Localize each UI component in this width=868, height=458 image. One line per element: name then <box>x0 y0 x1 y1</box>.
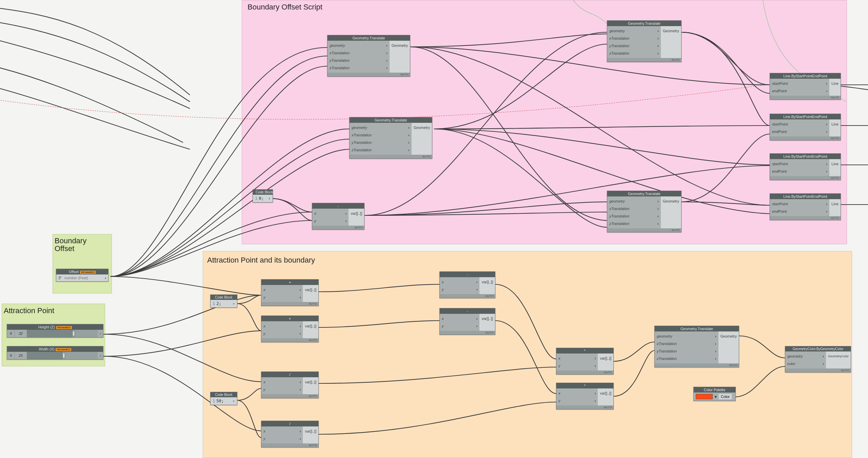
out-var[interactable]: var[]..[] <box>305 322 316 330</box>
in-y[interactable]: y› <box>261 435 303 442</box>
in-ztranslation[interactable]: zTranslation› <box>655 355 718 362</box>
in-startpoint[interactable]: startPoint› <box>770 80 829 87</box>
out-var[interactable]: var[]..[] <box>481 315 493 322</box>
in-xtranslation[interactable]: xTranslation› <box>655 340 718 347</box>
in-ytranslation[interactable]: yTranslation› <box>607 42 661 50</box>
in-y[interactable]: y› <box>440 322 479 330</box>
refresh-icon[interactable] <box>7 352 15 359</box>
node-geometry-color[interactable]: GeometryColor.ByGeometryColor geometry› … <box>785 346 851 373</box>
out-line[interactable]: Line <box>831 80 839 87</box>
in-y[interactable]: y› <box>261 386 303 393</box>
out-color[interactable]: Color <box>719 394 732 399</box>
chevron-icon[interactable]: › <box>98 354 103 358</box>
out-geometry[interactable]: Geometry <box>663 197 679 205</box>
offset-value[interactable]: 3" <box>58 276 62 280</box>
slider-track[interactable] <box>27 330 98 337</box>
chevron-icon[interactable]: › <box>233 399 235 403</box>
in-ytranslation[interactable]: yTranslation› <box>328 57 390 64</box>
in-color[interactable]: color› <box>785 360 826 367</box>
node-geometry-translate-4[interactable]: Geometry.Translate geometry› xTranslatio… <box>607 191 682 232</box>
node-op-minus-2[interactable]: - x› y› var[]..[] AUTO <box>439 308 495 335</box>
node-geometry-translate-1[interactable]: Geometry.Translate geometry› xTranslatio… <box>327 35 410 77</box>
in-geometry[interactable]: geometry› <box>350 124 412 131</box>
in-ztranslation[interactable]: zTranslation› <box>607 220 661 227</box>
in-endpoint[interactable]: endPoint› <box>770 208 829 215</box>
node-op-mul-2[interactable]: * x› y› var[]..[] AUTO <box>556 383 614 409</box>
node-code-block-2[interactable]: Code Block 1 2; › <box>210 294 237 308</box>
out-var[interactable]: var[]..[] <box>481 278 493 286</box>
in-x[interactable]: x› <box>440 315 479 322</box>
out-geometrycolor[interactable]: GeometryColor <box>828 352 849 360</box>
node-geometry-translate-2[interactable]: Geometry.Translate geometry› xTranslatio… <box>349 117 432 159</box>
slider-value[interactable]: 32 <box>15 331 27 336</box>
in-geometry[interactable]: geometry› <box>328 42 390 49</box>
in-startpoint[interactable]: startPoint› <box>770 160 829 168</box>
out-geometry[interactable]: Geometry <box>663 27 679 35</box>
in-y[interactable]: y› <box>556 362 598 369</box>
out-var[interactable]: var[]..[] <box>305 378 316 386</box>
node-op-minus-1[interactable]: - x› y› var[]..[] AUTO <box>439 271 495 298</box>
out-line[interactable]: Line <box>831 120 839 128</box>
node-code-block-50[interactable]: Code Block 1 50; › <box>210 392 237 405</box>
in-y[interactable]: y› <box>440 286 479 293</box>
out-geometry[interactable]: Geometry <box>721 332 737 340</box>
in-y[interactable]: y› <box>261 330 303 337</box>
in-ztranslation[interactable]: zTranslation› <box>607 50 661 57</box>
out-var[interactable]: var[]..[] <box>305 286 316 293</box>
in-ztranslation[interactable]: zTranslation› <box>350 146 412 154</box>
in-geometry[interactable]: geometry› <box>607 197 661 205</box>
node-code-block-0[interactable]: Code Block 1 0; › <box>253 189 273 203</box>
in-geometry[interactable]: geometry› <box>785 352 826 360</box>
in-x[interactable]: x› <box>261 286 303 293</box>
in-geometry[interactable]: geometry› <box>655 332 718 340</box>
in-xtranslation[interactable]: xTranslation› <box>607 35 661 42</box>
chevron-icon[interactable]: › <box>98 332 103 336</box>
in-ytranslation[interactable]: yTranslation› <box>607 212 661 220</box>
in-x[interactable]: x› <box>440 278 479 286</box>
dropdown-icon[interactable]: ▾ <box>715 395 717 399</box>
node-line-3[interactable]: Line.ByStartPointEndPoint startPoint› en… <box>770 153 841 180</box>
in-xtranslation[interactable]: xTranslation› <box>607 205 661 212</box>
chevron-icon[interactable]: › <box>268 196 271 201</box>
in-x[interactable]: x› <box>261 378 303 386</box>
code-body[interactable]: 1 2; › <box>211 300 237 307</box>
color-swatch[interactable] <box>696 394 713 399</box>
in-xtranslation[interactable]: xTranslation› <box>350 131 412 139</box>
node-op-div-1[interactable]: / x› y› var[]..[] AUTO <box>261 371 319 398</box>
node-op-plus-1[interactable]: + x› y› var[]..[] AUTO <box>261 279 319 306</box>
in-x[interactable]: x› <box>261 322 303 330</box>
slider-track[interactable] <box>27 352 98 359</box>
node-geometry-translate-orange[interactable]: Geometry.Translate geometry› xTranslatio… <box>654 326 739 367</box>
node-op-mul-1[interactable]: * x› y› var[]..[] AUTO <box>556 348 614 375</box>
node-op-div-2[interactable]: / x› y› var[]..[] AUTO <box>261 421 319 447</box>
node-line-1[interactable]: Line.ByStartPointEndPoint startPoint› en… <box>770 73 841 100</box>
in-geometry[interactable]: geometry› <box>607 27 661 35</box>
in-endpoint[interactable]: endPoint› <box>770 168 829 175</box>
node-offset-input[interactable]: OffsetRENAMED 3" number (Feet) › <box>56 269 108 282</box>
slider-value[interactable]: 25 <box>15 354 27 358</box>
node-line-2[interactable]: Line.ByStartPointEndPoint startPoint› en… <box>770 114 841 140</box>
in-endpoint[interactable]: endPoint› <box>770 87 829 95</box>
in-ztranslation[interactable]: zTranslation› <box>328 64 390 72</box>
refresh-icon[interactable] <box>7 330 15 337</box>
in-startpoint[interactable]: startPoint› <box>770 200 829 208</box>
in-y[interactable]: y› <box>261 293 303 301</box>
out-var[interactable]: var[]..[] <box>600 355 611 362</box>
node-line-4[interactable]: Line.ByStartPointEndPoint startPoint› en… <box>770 193 841 220</box>
out-geometry[interactable]: Geometry <box>414 124 430 131</box>
in-ytranslation[interactable]: yTranslation› <box>350 139 412 146</box>
in-ytranslation[interactable]: yTranslation› <box>655 347 718 355</box>
out-var[interactable]: var[]..[] <box>600 389 611 397</box>
out-line[interactable]: Line <box>831 200 839 208</box>
code-body[interactable]: 1 0; › <box>253 195 273 202</box>
node-color-palette[interactable]: Color Palette ▾ Color <box>693 387 736 401</box>
node-op-minus-pink[interactable]: - x› y› var[]..[] AUTO <box>312 203 364 230</box>
out-line[interactable]: Line <box>831 160 839 168</box>
out-var[interactable]: var[]..[] <box>305 427 316 435</box>
in-y[interactable]: y› <box>556 397 598 404</box>
in-y[interactable]: y› <box>312 217 349 225</box>
code-body[interactable]: 1 50; › <box>211 397 237 405</box>
node-geometry-translate-3[interactable]: Geometry.Translate geometry› xTranslatio… <box>607 20 682 62</box>
node-height-slider[interactable]: Height (Z)RENAMED 32 › <box>7 324 103 338</box>
in-endpoint[interactable]: endPoint› <box>770 128 829 135</box>
